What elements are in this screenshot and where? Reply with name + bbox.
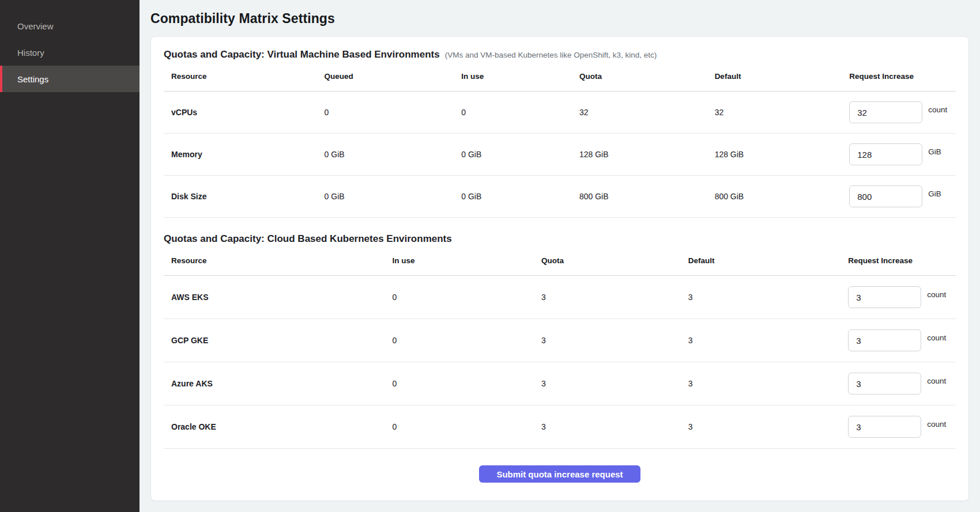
- sidebar-item-label: Overview: [17, 21, 54, 31]
- main-content: Compatibility Matrix Settings Quotas and…: [140, 0, 980, 512]
- table-row: GCP GKE 0 3 3 count: [164, 319, 956, 362]
- quota-value: 128 GiB: [572, 150, 707, 159]
- default-value: 3: [681, 336, 841, 345]
- unit-label: GiB: [928, 147, 941, 156]
- request-increase-input[interactable]: [848, 286, 921, 308]
- in-use-value: 0: [385, 379, 534, 388]
- vm-quotas-table: Resource Queued In use Quota Default Req…: [164, 61, 956, 218]
- table-row: Azure AKS 0 3 3 count: [164, 362, 956, 405]
- unit-label: count: [927, 290, 946, 299]
- in-use-value: 0: [385, 336, 534, 345]
- in-use-value: 0: [385, 293, 534, 302]
- unit-label: count: [927, 420, 946, 428]
- submit-area: Submit quota increase request: [164, 465, 956, 483]
- column-header-resource: Resource: [164, 72, 317, 81]
- default-value: 3: [681, 379, 841, 388]
- sidebar: Overview History Settings: [0, 0, 140, 512]
- sidebar-item-label: History: [17, 48, 44, 58]
- table-row: Oracle OKE 0 3 3 count: [164, 405, 956, 449]
- column-header-default: Default: [681, 256, 841, 265]
- cloud-section-header: Quotas and Capacity: Cloud Based Kuberne…: [164, 218, 956, 245]
- in-use-value: 0: [385, 422, 534, 431]
- column-header-quota: Quota: [572, 72, 707, 81]
- request-increase-cell: GiB: [842, 185, 956, 207]
- table-row: vCPUs 0 0 32 32 count: [164, 92, 956, 134]
- column-header-in-use: In use: [454, 72, 572, 81]
- unit-label: count: [927, 377, 946, 385]
- resource-name: Disk Size: [164, 192, 317, 201]
- column-header-queued: Queued: [317, 72, 454, 81]
- resource-name: AWS EKS: [164, 293, 385, 302]
- default-value: 3: [681, 293, 841, 302]
- table-row: Disk Size 0 GiB 0 GiB 800 GiB 800 GiB Gi…: [164, 176, 956, 218]
- request-increase-cell: count: [840, 286, 956, 308]
- column-header-resource: Resource: [164, 256, 385, 265]
- quota-value: 3: [534, 293, 681, 302]
- resource-name: vCPUs: [164, 108, 317, 117]
- queued-value: 0 GiB: [317, 150, 454, 159]
- request-increase-input[interactable]: [849, 143, 922, 165]
- column-header-request-increase: Request Increase: [842, 72, 956, 81]
- queued-value: 0 GiB: [317, 192, 454, 201]
- quota-value: 3: [534, 422, 681, 431]
- column-header-in-use: In use: [385, 256, 534, 265]
- cloud-table-body: AWS EKS 0 3 3 count GCP GKE 0 3 3 count …: [164, 276, 956, 449]
- quota-value: 3: [534, 336, 681, 345]
- sidebar-item-settings[interactable]: Settings: [0, 66, 140, 92]
- cloud-section-title: Quotas and Capacity: Cloud Based Kuberne…: [164, 233, 452, 245]
- request-increase-cell: count: [842, 101, 956, 123]
- vm-section-header: Quotas and Capacity: Virtual Machine Bas…: [164, 49, 956, 60]
- cloud-quotas-table: Resource In use Quota Default Request In…: [164, 245, 956, 449]
- vm-section-title: Quotas and Capacity: Virtual Machine Bas…: [164, 49, 440, 60]
- vm-quotas-section: Quotas and Capacity: Virtual Machine Bas…: [164, 49, 956, 218]
- quota-value: 3: [534, 379, 681, 388]
- column-header-quota: Quota: [534, 256, 681, 265]
- request-increase-cell: count: [840, 373, 956, 395]
- unit-label: count: [927, 333, 946, 342]
- vm-table-body: vCPUs 0 0 32 32 count Memory 0 GiB 0 GiB…: [164, 92, 956, 218]
- in-use-value: 0 GiB: [454, 150, 572, 159]
- settings-card: Quotas and Capacity: Virtual Machine Bas…: [150, 36, 969, 501]
- unit-label: GiB: [928, 189, 941, 198]
- sidebar-item-overview[interactable]: Overview: [0, 13, 140, 39]
- request-increase-cell: count: [840, 416, 956, 438]
- resource-name: GCP GKE: [164, 336, 385, 345]
- quota-value: 32: [572, 108, 707, 117]
- resource-name: Azure AKS: [164, 379, 385, 388]
- sidebar-item-label: Settings: [17, 74, 48, 84]
- default-value: 32: [707, 108, 842, 117]
- quota-value: 800 GiB: [572, 192, 707, 201]
- resource-name: Memory: [164, 150, 317, 159]
- vm-table-header-row: Resource Queued In use Quota Default Req…: [164, 61, 956, 92]
- page-title: Compatibility Matrix Settings: [150, 11, 969, 26]
- vm-section-subtitle: (VMs and VM-based Kubernetes like OpenSh…: [445, 51, 657, 59]
- request-increase-input[interactable]: [849, 185, 922, 207]
- table-row: Memory 0 GiB 0 GiB 128 GiB 128 GiB GiB: [164, 134, 956, 176]
- queued-value: 0: [317, 108, 454, 117]
- app-window: Overview History Settings Compatibility …: [0, 0, 980, 512]
- in-use-value: 0 GiB: [454, 192, 572, 201]
- in-use-value: 0: [454, 108, 572, 117]
- cloud-table-header-row: Resource In use Quota Default Request In…: [164, 245, 956, 276]
- request-increase-input[interactable]: [848, 373, 921, 395]
- resource-name: Oracle OKE: [164, 422, 385, 431]
- request-increase-cell: count: [840, 329, 956, 351]
- submit-quota-increase-button[interactable]: Submit quota increase request: [479, 465, 640, 483]
- request-increase-input[interactable]: [848, 329, 921, 351]
- default-value: 800 GiB: [707, 192, 842, 201]
- request-increase-input[interactable]: [849, 101, 922, 123]
- unit-label: count: [928, 105, 947, 114]
- table-row: AWS EKS 0 3 3 count: [164, 276, 956, 319]
- sidebar-item-history[interactable]: History: [0, 39, 140, 66]
- column-header-request-increase: Request Increase: [840, 256, 956, 265]
- default-value: 128 GiB: [707, 150, 842, 159]
- cloud-quotas-section: Quotas and Capacity: Cloud Based Kuberne…: [164, 218, 956, 449]
- default-value: 3: [681, 422, 841, 431]
- column-header-default: Default: [707, 72, 842, 81]
- request-increase-input[interactable]: [848, 416, 921, 438]
- request-increase-cell: GiB: [842, 143, 956, 165]
